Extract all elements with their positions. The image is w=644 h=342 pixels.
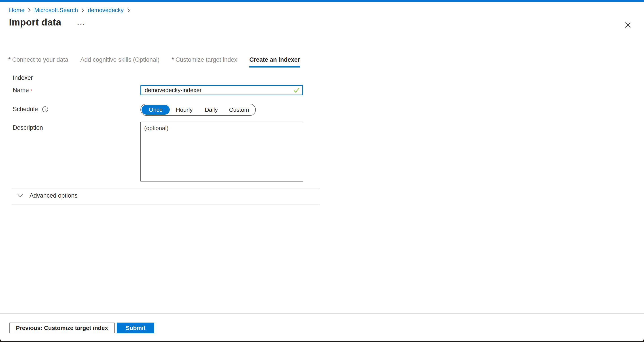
advanced-options-label: Advanced options bbox=[30, 192, 78, 199]
tab-add-cognitive-skills[interactable]: Add cognitive skills (Optional) bbox=[80, 56, 160, 68]
schedule-info-button[interactable] bbox=[42, 106, 48, 112]
wizard-footer: Previous: Customize target index Submit bbox=[0, 314, 644, 341]
tab-required-marker: * bbox=[8, 56, 11, 63]
close-icon bbox=[625, 22, 631, 28]
page-title: Import data bbox=[9, 17, 61, 28]
more-options-button[interactable]: ⋯ bbox=[75, 19, 88, 29]
required-asterisk: * bbox=[31, 89, 32, 93]
name-field bbox=[140, 85, 303, 95]
tab-label: Customize target index bbox=[176, 56, 237, 63]
schedule-option-daily[interactable]: Daily bbox=[199, 105, 224, 115]
tab-connect-to-your-data[interactable]: *Connect to your data bbox=[8, 56, 68, 68]
description-textarea[interactable] bbox=[140, 122, 303, 182]
schedule-option-once[interactable]: Once bbox=[142, 105, 170, 115]
tab-label: Create an indexer bbox=[249, 56, 300, 63]
tab-required-marker: * bbox=[172, 56, 174, 63]
import-data-panel: Home Microsoft.Search demovedecky Import… bbox=[0, 0, 644, 341]
breadcrumb: Home Microsoft.Search demovedecky bbox=[9, 7, 130, 14]
chevron-down-icon bbox=[18, 194, 23, 198]
divider bbox=[12, 188, 320, 188]
name-field-label: Name* bbox=[13, 87, 32, 94]
submit-button[interactable]: Submit bbox=[117, 322, 154, 333]
breadcrumb-link-microsoft-search[interactable]: Microsoft.Search bbox=[34, 7, 78, 14]
breadcrumb-link-home[interactable]: Home bbox=[9, 7, 24, 14]
advanced-options-toggle[interactable]: Advanced options bbox=[18, 192, 78, 199]
tab-create-an-indexer[interactable]: Create an indexer bbox=[249, 56, 300, 68]
schedule-field-label: Schedule bbox=[13, 106, 48, 113]
breadcrumb-chevron-icon bbox=[81, 8, 84, 13]
indexer-name-input[interactable] bbox=[140, 85, 303, 95]
more-icon: ⋯ bbox=[77, 20, 86, 29]
breadcrumb-chevron-icon bbox=[28, 8, 31, 13]
breadcrumb-link-demovedecky[interactable]: demovedecky bbox=[88, 7, 124, 14]
tab-label: Connect to your data bbox=[12, 56, 68, 63]
schedule-option-custom[interactable]: Custom bbox=[224, 105, 254, 115]
schedule-toggle-group: Once Hourly Daily Custom bbox=[140, 104, 256, 116]
breadcrumb-chevron-icon bbox=[127, 8, 130, 13]
valid-checkmark-icon bbox=[293, 87, 300, 94]
divider bbox=[12, 204, 320, 205]
wizard-tabs: *Connect to your data Add cognitive skil… bbox=[8, 56, 300, 68]
tab-label: Add cognitive skills (Optional) bbox=[80, 56, 160, 63]
close-button[interactable] bbox=[622, 20, 634, 30]
schedule-option-hourly[interactable]: Hourly bbox=[170, 105, 199, 115]
indexer-section-title: Indexer bbox=[13, 74, 33, 81]
tab-customize-target-index[interactable]: *Customize target index bbox=[172, 56, 237, 68]
accent-top-bar bbox=[0, 0, 644, 2]
description-field-label: Description bbox=[13, 124, 43, 131]
info-icon bbox=[42, 106, 48, 112]
previous-step-button[interactable]: Previous: Customize target index bbox=[9, 322, 115, 333]
